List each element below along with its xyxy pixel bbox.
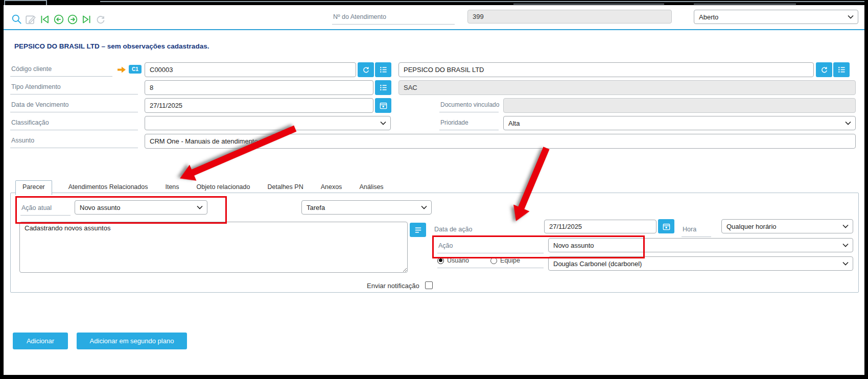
list-icon — [837, 65, 846, 74]
tab-anexos[interactable]: Anexos — [320, 181, 343, 195]
acao-label: Ação — [437, 241, 544, 253]
cropped-element-top — [513, 4, 664, 5]
radio-equipe-dot[interactable] — [490, 257, 497, 264]
codigo-cliente-label: Código cliente — [10, 64, 112, 77]
tab-atendimentos-relacionados[interactable]: Atendimentos Relacionados — [67, 181, 149, 195]
attendance-number-label: Nº do Atendimento — [332, 12, 455, 25]
refresh-icon — [820, 65, 829, 74]
radio-equipe-label: Equipe — [500, 257, 520, 264]
tipo-tarefa-select[interactable]: Tarefa — [301, 200, 432, 215]
data-acao-calendar-button[interactable] — [658, 219, 674, 233]
hora-select[interactable]: Qualquer horário — [721, 219, 853, 233]
tipo-atendimento-desc-field — [398, 80, 856, 95]
tipo-atendimento-field[interactable] — [145, 80, 373, 95]
screenshot-frame: Nº do Atendimento Aberto PEPSICO DO BRAS… — [0, 0, 868, 379]
codigo-cliente-list-button[interactable] — [375, 62, 391, 77]
c1-badge: C1 — [129, 65, 142, 74]
last-record-button[interactable] — [81, 14, 92, 25]
previous-arrow-icon — [53, 14, 64, 25]
data-acao-field[interactable] — [544, 220, 656, 233]
orange-pointer-icon — [117, 66, 126, 74]
radio-usuario-label: Usuário — [447, 257, 469, 264]
acao-atual-select[interactable]: Novo assunto — [75, 200, 207, 215]
cliente-nome-refresh-button[interactable] — [816, 62, 832, 77]
data-vencimento-label: Data de Vencimento — [10, 100, 138, 112]
enviar-notificacao-label: Enviar notificação — [367, 282, 419, 290]
client-observation-banner: PEPSICO DO BRASIL LTD – sem observações … — [14, 42, 209, 50]
refresh-button[interactable] — [95, 14, 106, 25]
search-button[interactable] — [11, 14, 22, 25]
adicionar-segundo-plano-button[interactable]: Adicionar em segundo plano — [77, 333, 187, 349]
chevron-down-icon — [421, 205, 427, 209]
chevron-down-icon — [842, 262, 849, 266]
calendar-icon — [379, 101, 388, 110]
codigo-cliente-field[interactable] — [145, 62, 356, 77]
prioridade-select-value: Alta — [508, 120, 520, 127]
blue-divider — [4, 29, 864, 30]
enviar-notificacao-checkbox[interactable] — [425, 281, 433, 289]
next-arrow-icon — [67, 14, 78, 25]
radio-equipe[interactable]: Equipe — [490, 257, 520, 264]
acao-atual-label: Ação atual — [20, 203, 71, 216]
refresh-icon — [362, 65, 370, 74]
tab-bar: Parecer Atendimentos Relacionados Itens … — [15, 180, 385, 195]
data-vencimento-field[interactable] — [145, 98, 373, 113]
tab-itens[interactable]: Itens — [164, 181, 180, 195]
data-acao-label: Data de ação — [433, 224, 541, 237]
next-record-button[interactable] — [67, 14, 78, 25]
acao-select-value: Novo assunto — [553, 242, 594, 249]
chevron-down-icon — [380, 121, 386, 125]
text-lines-icon — [414, 226, 423, 234]
list-icon — [379, 83, 388, 92]
assunto-label: Assunto — [10, 135, 138, 148]
attendance-number-field — [467, 10, 672, 23]
adicionar-button[interactable]: Adicionar — [13, 333, 68, 349]
documento-vinculado-field — [503, 98, 856, 113]
chevron-down-icon — [197, 205, 203, 209]
hora-select-value: Qualquer horário — [726, 223, 777, 230]
tab-detalhes-pn[interactable]: Detalhes PN — [266, 181, 304, 195]
list-icon — [379, 65, 388, 74]
acao-atual-select-value: Novo assunto — [80, 204, 121, 211]
first-record-button[interactable] — [39, 14, 51, 25]
chevron-down-icon — [842, 224, 849, 228]
radio-usuario[interactable]: Usuário — [437, 257, 469, 264]
classificacao-select[interactable] — [145, 116, 391, 130]
status-select-value: Aberto — [699, 13, 718, 21]
cropped-element-top — [694, 4, 796, 5]
responsavel-select[interactable]: Douglas Carbonel (dcarbonel) — [548, 256, 853, 271]
responsavel-select-value: Douglas Carbonel (dcarbonel) — [553, 260, 642, 268]
chevron-down-icon — [845, 121, 851, 125]
refresh-icon — [95, 14, 106, 25]
parecer-expand-text-button[interactable] — [410, 223, 426, 237]
cliente-nome-list-button[interactable] — [833, 62, 850, 77]
prioridade-select[interactable]: Alta — [503, 116, 856, 130]
codigo-cliente-refresh-button[interactable] — [358, 62, 374, 77]
first-record-icon — [39, 14, 51, 25]
tab-objeto-relacionado[interactable]: Objeto relacionado — [196, 181, 251, 195]
edit-button[interactable] — [25, 14, 36, 25]
hora-label: Hora — [682, 224, 711, 237]
tab-analises[interactable]: Análises — [358, 181, 384, 195]
tipo-atendimento-label: Tipo Atendimento — [10, 82, 138, 94]
chevron-down-icon — [848, 15, 854, 19]
calendar-icon — [662, 222, 671, 231]
parecer-textarea[interactable]: Cadastrando novos assuntos — [19, 222, 408, 273]
cropped-window-edge — [100, 1, 864, 2]
data-vencimento-calendar-button[interactable] — [375, 98, 391, 113]
tipo-tarefa-select-value: Tarefa — [307, 204, 325, 211]
radio-usuario-dot[interactable] — [437, 257, 444, 264]
chevron-down-icon — [842, 243, 849, 247]
acao-select[interactable]: Novo assunto — [548, 238, 853, 252]
classificacao-label: Classificação — [10, 117, 138, 130]
last-record-icon — [81, 14, 92, 25]
prioridade-label: Prioridade — [439, 117, 499, 130]
edit-pencil-icon — [25, 14, 36, 25]
search-icon — [11, 14, 22, 25]
tab-parecer[interactable]: Parecer — [15, 180, 52, 195]
tipo-atendimento-list-button[interactable] — [375, 80, 391, 95]
previous-record-button[interactable] — [53, 14, 64, 25]
cliente-nome-field[interactable] — [398, 62, 814, 77]
status-select[interactable]: Aberto — [694, 10, 858, 24]
assunto-field[interactable] — [145, 134, 856, 149]
